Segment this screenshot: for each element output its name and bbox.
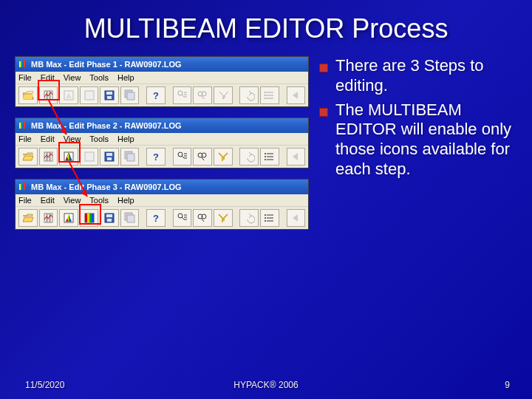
- footer-center: HYPACK® 2006: [0, 380, 532, 390]
- filter-icon[interactable]: [214, 148, 233, 166]
- menubar-1: File Edit View Tools Help: [16, 72, 308, 84]
- svg-marker-8: [66, 92, 72, 98]
- svg-rect-31: [19, 123, 21, 129]
- svg-line-58: [202, 157, 204, 160]
- menu-view[interactable]: View: [64, 134, 81, 143]
- open-icon[interactable]: [18, 86, 38, 104]
- menu-view[interactable]: View: [64, 196, 81, 205]
- svg-marker-103: [293, 214, 298, 222]
- svg-rect-46: [106, 153, 112, 156]
- window-phase-1: MB Max - Edit Phase 1 - RAW0907.LOG File…: [15, 56, 309, 107]
- menu-edit[interactable]: Edit: [41, 73, 55, 82]
- bullet-1: There are 3 Steps to editing.: [319, 56, 517, 96]
- svg-rect-14: [127, 92, 134, 100]
- stage1-icon[interactable]: [39, 86, 58, 104]
- stage2-icon[interactable]: [59, 209, 78, 227]
- svg-line-23: [202, 96, 204, 99]
- saveall-icon: [120, 209, 140, 227]
- back-icon: [287, 86, 306, 104]
- search-params-icon[interactable]: [173, 209, 192, 227]
- svg-line-96: [202, 219, 204, 222]
- svg-rect-72: [50, 214, 52, 222]
- svg-rect-85: [107, 219, 112, 222]
- menu-file[interactable]: File: [18, 73, 32, 82]
- filter-icon[interactable]: [214, 209, 233, 227]
- save-icon[interactable]: [100, 148, 119, 166]
- svg-rect-82: [92, 214, 94, 222]
- titlebar-text-2: MB Max - Edit Phase 2 - RAW0907.LOG: [31, 121, 182, 130]
- svg-rect-33: [22, 123, 24, 129]
- undo-icon: [239, 209, 259, 227]
- menu-view[interactable]: View: [64, 73, 81, 82]
- stage1-icon[interactable]: [39, 148, 58, 166]
- screenshot-stack: MB Max - Edit Phase 1 - RAW0907.LOG File…: [15, 52, 310, 230]
- list-icon[interactable]: [260, 209, 279, 227]
- svg-rect-81: [89, 214, 92, 222]
- svg-rect-9: [85, 91, 94, 100]
- stage2-icon[interactable]: [59, 148, 78, 166]
- menu-edit[interactable]: Edit: [41, 134, 55, 143]
- svg-line-90: [182, 217, 184, 219]
- bullet-list: There are 3 Steps to editing. The MULTIB…: [310, 52, 517, 230]
- svg-line-52: [182, 156, 184, 158]
- search-params-icon: [173, 86, 192, 104]
- open-icon[interactable]: [18, 148, 38, 166]
- svg-point-63: [265, 156, 266, 157]
- menu-help[interactable]: Help: [117, 134, 134, 143]
- save-icon[interactable]: [100, 209, 119, 227]
- undo-icon: [239, 86, 259, 104]
- svg-rect-44: [85, 152, 94, 161]
- window-phase-3: MB Max - Edit Phase 3 - RAW0907.LOG File…: [15, 179, 309, 230]
- menu-file[interactable]: File: [18, 196, 32, 205]
- svg-rect-87: [127, 215, 134, 222]
- svg-rect-80: [87, 214, 89, 222]
- svg-point-100: [265, 214, 266, 216]
- menu-help[interactable]: Help: [117, 196, 134, 205]
- help-icon[interactable]: ?: [146, 148, 166, 166]
- svg-rect-84: [106, 214, 112, 217]
- stage1-icon[interactable]: [39, 209, 58, 227]
- svg-rect-66: [19, 184, 21, 190]
- svg-point-101: [265, 217, 266, 219]
- svg-rect-69: [24, 183, 25, 190]
- window-phase-2: MB Max - Edit Phase 2 - RAW0907.LOG File…: [15, 117, 309, 168]
- list-icon[interactable]: [260, 148, 279, 166]
- filter-icon: [214, 86, 233, 104]
- svg-rect-6: [50, 91, 52, 100]
- stage3-icon[interactable]: [80, 209, 99, 227]
- titlebar-text-3: MB Max - Edit Phase 3 - RAW0907.LOG: [31, 183, 182, 191]
- save-icon[interactable]: [100, 86, 119, 104]
- saveall-icon: [120, 86, 140, 104]
- menu-edit[interactable]: Edit: [41, 196, 55, 205]
- menu-tools[interactable]: Tools: [89, 196, 109, 205]
- titlebar-text-1: MB Max - Edit Phase 1 - RAW0907.LOG: [31, 60, 182, 69]
- svg-text:?: ?: [153, 90, 159, 101]
- stage3-icon: [80, 86, 99, 104]
- help-icon[interactable]: ?: [146, 86, 166, 104]
- svg-text:?: ?: [153, 213, 159, 224]
- menu-tools[interactable]: Tools: [89, 73, 109, 82]
- menu-file[interactable]: File: [18, 134, 32, 143]
- back-icon: [287, 209, 306, 227]
- svg-rect-0: [19, 61, 21, 67]
- titlebar-2: MB Max - Edit Phase 2 - RAW0907.LOG: [16, 118, 308, 133]
- svg-rect-68: [22, 185, 24, 190]
- svg-point-62: [265, 153, 266, 154]
- footer-page: 9: [505, 380, 510, 390]
- app-icon: [19, 183, 28, 191]
- stage2-icon: [59, 86, 78, 104]
- svg-text:?: ?: [153, 151, 159, 163]
- bullet-2: The MULTIBEAM EDITOR will enable only th…: [319, 100, 517, 180]
- search-icon[interactable]: [193, 209, 212, 227]
- help-icon[interactable]: ?: [146, 209, 166, 227]
- app-icon: [19, 60, 28, 69]
- menu-tools[interactable]: Tools: [89, 134, 109, 143]
- back-icon: [287, 148, 306, 166]
- svg-rect-2: [22, 62, 24, 67]
- search-icon[interactable]: [193, 148, 212, 166]
- svg-rect-49: [127, 154, 134, 161]
- open-icon[interactable]: [18, 209, 38, 227]
- search-params-icon[interactable]: [173, 148, 192, 166]
- menu-help[interactable]: Help: [117, 73, 134, 82]
- list-icon: [260, 86, 279, 104]
